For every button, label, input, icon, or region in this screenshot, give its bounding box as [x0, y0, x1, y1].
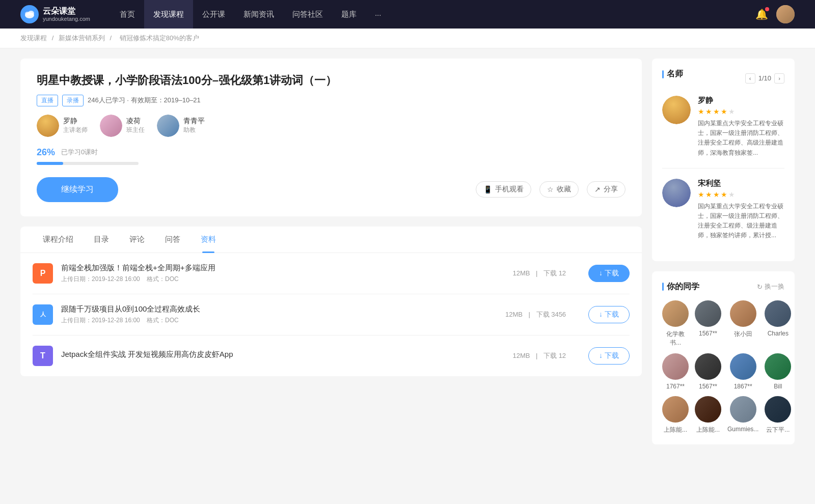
classmate-5[interactable]: 1767** [662, 353, 689, 390]
breadcrumb-series[interactable]: 新媒体营销系列 [59, 34, 105, 42]
classmate-6-name: 1567** [699, 383, 717, 390]
tab-intro[interactable]: 课程介绍 [33, 227, 84, 253]
classmate-3-avatar [730, 300, 756, 327]
classmate-8[interactable]: Bill [765, 353, 791, 390]
resource-name-3: Jetpack全组件实战 开发短视频应用高仿皮皮虾App [61, 350, 490, 359]
nav-right: 🔔 [755, 5, 795, 23]
nav-qa[interactable]: 问答社区 [283, 0, 332, 29]
nav-home[interactable]: 首页 [111, 0, 144, 29]
notification-dot [765, 7, 769, 11]
resource-item-2: 人 跟随千万级项目从0到100全过程高效成长 上传日期：2019-12-28 1… [33, 294, 630, 335]
classmate-1[interactable]: 化学教书... [662, 300, 689, 347]
resource-item-3: T Jetpack全组件实战 开发短视频应用高仿皮皮虾App 12MB | 下载… [33, 335, 630, 376]
progress-section: 26% 已学习0课时 [37, 147, 626, 165]
progress-track [37, 162, 139, 165]
classmate-2[interactable]: 1567** [695, 300, 721, 347]
download-button-2[interactable]: ↓ 下载 [588, 306, 630, 323]
logo-icon [20, 5, 39, 23]
classmate-11-name: Gummies... [727, 426, 758, 433]
resource-name-2: 跟随千万级项目从0到100全过程高效成长 [61, 304, 483, 314]
resource-name-1: 前端全栈加强版！前端全栈+全周期+多端应用 [61, 263, 490, 273]
download-button-1[interactable]: ↓ 下载 [588, 265, 630, 282]
classmate-12[interactable]: 云下平... [765, 396, 791, 434]
nav-news[interactable]: 新闻资讯 [234, 0, 283, 29]
phone-watch-button[interactable]: 📱 手机观看 [476, 181, 531, 198]
teachers-pagination: ‹ 1/10 › [745, 73, 784, 83]
course-badges: 直播 录播 246人已学习 · 有效期至：2019–10–21 [37, 95, 626, 106]
nav-discover[interactable]: 发现课程 [144, 0, 193, 29]
notification-bell[interactable]: 🔔 [755, 8, 768, 20]
tab-resources[interactable]: 资料 [191, 227, 226, 253]
sidebar: 名师 ‹ 1/10 › 罗静 ★ ★ ★ ★ [652, 59, 795, 455]
nav-public[interactable]: 公开课 [193, 0, 234, 29]
refresh-button[interactable]: ↻ 换一换 [757, 282, 784, 291]
teacher-2-name: 凌荷 [126, 117, 145, 126]
classmate-3[interactable]: 张小田 [727, 300, 758, 347]
collect-button[interactable]: ☆ 收藏 [539, 181, 579, 198]
download-button-3[interactable]: ↓ 下载 [588, 347, 630, 365]
classmate-1-avatar [662, 300, 689, 327]
resource-meta-2: 上传日期：2019-12-28 16:00 格式：DOC [61, 316, 483, 325]
classmate-10[interactable]: 上陈能... [695, 396, 721, 434]
teacher-3-role: 助教 [183, 126, 205, 134]
main-content: 明星中教授课，小学阶段语法100分–强化级第1讲动词（一） 直播 录播 246人… [20, 59, 642, 455]
share-button[interactable]: ↗ 分享 [587, 181, 626, 198]
sidebar-teacher-2-avatar [662, 179, 691, 207]
teacher-1-role: 主讲老师 [63, 126, 88, 134]
action-links: 📱 手机观看 ☆ 收藏 ↗ 分享 [476, 181, 626, 198]
teacher-1: 罗静 主讲老师 [37, 115, 88, 137]
divider-1 [662, 168, 784, 169]
classmate-8-avatar [765, 353, 791, 380]
tab-qa[interactable]: 问答 [155, 227, 191, 253]
resource-info-3: Jetpack全组件实战 开发短视频应用高仿皮皮虾App [61, 350, 490, 361]
share-icon: ↗ [594, 185, 601, 193]
classmate-7-avatar [730, 353, 756, 380]
progress-percent: 26% [37, 147, 55, 158]
sidebar-teacher-1-name: 罗静 [698, 96, 784, 105]
classmate-5-name: 1767** [666, 383, 685, 390]
resource-info-1: 前端全栈加强版！前端全栈+全周期+多端应用 上传日期：2019-12-28 16… [61, 263, 490, 284]
pagination-next[interactable]: › [774, 73, 784, 83]
nav-logo[interactable]: 云朵课堂 yundouketang.com [20, 5, 90, 23]
breadcrumb-sep1: / [52, 34, 56, 42]
badge-record: 录播 [62, 95, 84, 106]
resources-list: P 前端全栈加强版！前端全栈+全周期+多端应用 上传日期：2019-12-28 … [20, 253, 642, 376]
classmate-11[interactable]: Gummies... [727, 396, 758, 434]
pagination-prev[interactable]: ‹ [745, 73, 755, 83]
badge-live: 直播 [37, 95, 58, 106]
course-title: 明星中教授课，小学阶段语法100分–强化级第1讲动词（一） [37, 73, 626, 89]
classmate-9-name: 上陈能... [664, 426, 687, 434]
classmate-9[interactable]: 上陈能... [662, 396, 689, 434]
nav-more[interactable]: ··· [366, 0, 391, 29]
teacher-2-role: 班主任 [126, 126, 145, 134]
classmate-7[interactable]: 1867** [727, 353, 758, 390]
phone-icon: 📱 [483, 185, 492, 193]
continue-button[interactable]: 继续学习 [37, 177, 118, 202]
classmate-6[interactable]: 1567** [695, 353, 721, 390]
nav-exam[interactable]: 题库 [332, 0, 366, 29]
classmates-title: 你的同学 [662, 282, 699, 292]
classmate-9-avatar [662, 396, 689, 423]
progress-fill [37, 162, 63, 165]
resource-icon-1: P [33, 263, 53, 284]
tabs-card: 课程介绍 目录 评论 问答 资料 P 前端全栈加强版！前端全栈+全周期+多端应用… [20, 227, 642, 376]
sidebar-teacher-2-desc: 国内某重点大学安全工程专业硕士，国家一级注册消防工程师、注册安全工程师、级注册建… [698, 202, 784, 241]
tab-review[interactable]: 评论 [119, 227, 155, 253]
sidebar-teacher-1: 罗静 ★ ★ ★ ★ ★ 国内某重点大学安全工程专业硕士，国家一级注册消防工程师… [662, 96, 784, 158]
breadcrumb-discover[interactable]: 发现课程 [20, 34, 47, 42]
teachers-sidebar-card: 名师 ‹ 1/10 › 罗静 ★ ★ ★ ★ [652, 59, 795, 261]
star-icon: ☆ [547, 185, 554, 193]
user-avatar[interactable] [776, 5, 795, 23]
sidebar-teacher-1-desc: 国内某重点大学安全工程专业硕士，国家一级注册消防工程师、注册安全工程师、高级注册… [698, 119, 784, 158]
teachers-sidebar-title: 名师 [662, 69, 683, 79]
classmate-6-avatar [695, 353, 721, 380]
teacher-2: 凌荷 班主任 [100, 115, 145, 137]
navbar: 云朵课堂 yundouketang.com 首页 发现课程 公开课 新闻资讯 问… [0, 0, 815, 29]
teacher-1-name: 罗静 [63, 117, 88, 126]
teacher-3: 青青平 助教 [157, 115, 205, 137]
resource-icon-3: T [33, 346, 53, 366]
classmate-10-name: 上陈能... [696, 426, 720, 434]
resource-stats-2: 12MB | 下载 3456 [503, 310, 568, 319]
classmate-4[interactable]: Charles [765, 300, 791, 347]
tab-catalog[interactable]: 目录 [84, 227, 119, 253]
